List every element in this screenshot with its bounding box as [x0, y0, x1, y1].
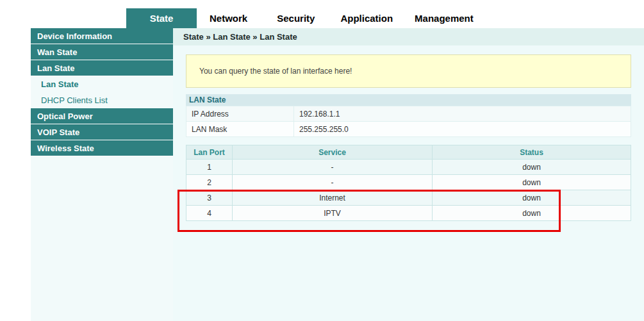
row-label-lan-mask: LAN Mask [186, 122, 294, 137]
cell-service: - [233, 160, 433, 175]
cell-port: 4 [186, 206, 233, 221]
main-content: State » Lan State » Lan State You can qu… [173, 28, 644, 321]
cell-status: down [433, 160, 631, 175]
column-header-lan-port: Lan Port [186, 145, 233, 160]
tab-state[interactable]: State [126, 8, 197, 28]
row-label-ip-address: IP Address [186, 106, 294, 122]
info-notice: You can query the state of lan interface… [186, 54, 631, 88]
sidebar: Device Information Wan State Lan State L… [31, 28, 173, 321]
cell-service: - [233, 175, 433, 190]
table-row: 3 Internet down [186, 190, 631, 206]
table-row: 2 - down [186, 175, 631, 190]
sidebar-subitem-lan-state[interactable]: Lan State [31, 76, 173, 92]
breadcrumb: State » Lan State » Lan State [173, 28, 644, 45]
tab-management[interactable]: Management [406, 8, 483, 28]
table-row: 1 - down [186, 160, 631, 175]
tab-application[interactable]: Application [327, 8, 406, 28]
table-header-row: Lan Port Service Status [186, 145, 631, 160]
row-value-ip-address: 192.168.1.1 [294, 106, 631, 122]
cell-port: 2 [186, 175, 233, 190]
sidebar-item-voip-state[interactable]: VOIP State [31, 124, 173, 140]
tab-security[interactable]: Security [264, 8, 327, 28]
sidebar-subitem-dhcp-clients-list[interactable]: DHCP Clients List [31, 92, 173, 108]
content-area: You can query the state of lan interface… [173, 45, 644, 221]
top-nav: State Network Security Application Manag… [0, 0, 644, 28]
table-row: IP Address 192.168.1.1 [186, 106, 631, 122]
lan-info-table: IP Address 192.168.1.1 LAN Mask 255.255.… [186, 106, 631, 137]
tab-network[interactable]: Network [197, 8, 260, 28]
table-row: 4 IPTV down [186, 206, 631, 221]
sidebar-item-lan-state[interactable]: Lan State [31, 60, 173, 76]
sidebar-item-optical-power[interactable]: Optical Power [31, 108, 173, 124]
cell-status: down [433, 190, 631, 206]
sidebar-item-device-information[interactable]: Device Information [31, 28, 173, 44]
cell-status: down [433, 175, 631, 190]
cell-port: 1 [186, 160, 233, 175]
column-header-status: Status [433, 145, 631, 160]
cell-service: Internet [233, 190, 433, 206]
cell-port: 3 [186, 190, 233, 206]
row-value-lan-mask: 255.255.255.0 [294, 122, 631, 137]
table-row: LAN Mask 255.255.255.0 [186, 122, 631, 137]
sidebar-item-wireless-state[interactable]: Wireless State [31, 140, 173, 156]
info-notice-text: You can query the state of lan interface… [199, 67, 352, 76]
column-header-service: Service [233, 145, 433, 160]
cell-status: down [433, 206, 631, 221]
lan-port-table: Lan Port Service Status 1 - down 2 - dow… [186, 145, 631, 221]
section-title-lan-state: LAN State [186, 94, 631, 106]
sidebar-item-wan-state[interactable]: Wan State [31, 44, 173, 60]
cell-service: IPTV [233, 206, 433, 221]
